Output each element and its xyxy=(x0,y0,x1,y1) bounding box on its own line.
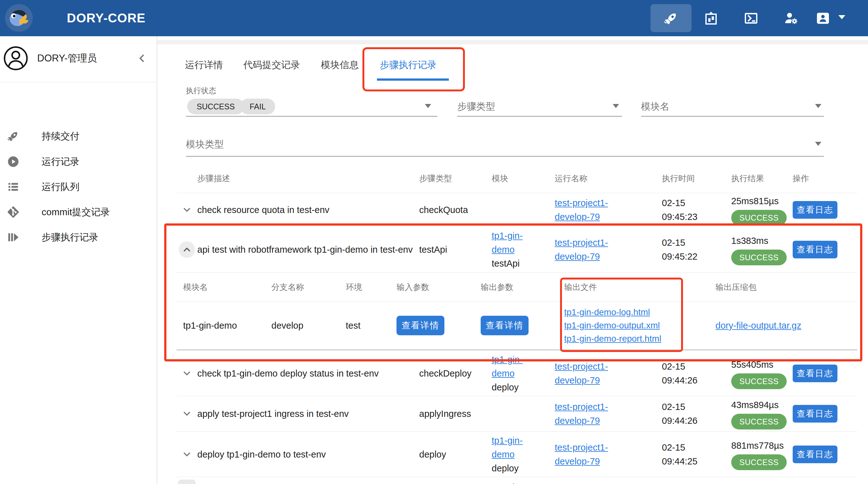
view-log-button[interactable]: 查看日志 xyxy=(793,405,837,423)
expand-chevron-down-icon[interactable] xyxy=(182,449,192,460)
user-avatar-icon xyxy=(3,46,28,71)
nav-user-settings-button[interactable] xyxy=(771,4,812,32)
app-logo[interactable] xyxy=(5,4,33,32)
module-type-caret-icon[interactable] xyxy=(815,142,822,146)
module-type-select[interactable]: 模块类型 xyxy=(186,138,224,151)
table-row: deploy tp1-gin-demo to test-env deploy t… xyxy=(177,431,857,477)
step-type-select[interactable]: 步骤类型 xyxy=(457,100,495,113)
duration: 881ms778µs xyxy=(731,439,793,452)
account-icon xyxy=(815,11,831,26)
module-name-select[interactable]: 模块名 xyxy=(641,100,670,113)
output-archive-link[interactable]: dory-file-output.tar.gz xyxy=(715,320,801,330)
exec-status-underline[interactable] xyxy=(186,116,437,117)
sidebar-item-run-queue[interactable]: 运行队列 xyxy=(0,174,157,199)
exec-time: 02-15 09:45:23 xyxy=(662,196,731,224)
subcol-module-name: 模块名 xyxy=(183,282,271,293)
view-log-button[interactable]: 查看日志 xyxy=(793,241,837,258)
duration: 43ms894µs xyxy=(731,398,793,412)
module-name-underline[interactable] xyxy=(641,116,824,117)
run-name-link[interactable]: test-project1- develop-79 xyxy=(555,400,662,428)
status-badge: SUCCESS xyxy=(731,454,787,470)
sidebar-item-label: 运行队列 xyxy=(41,181,80,193)
step-desc: api test with robotframework tp1-gin-dem… xyxy=(197,243,419,257)
rocket-icon xyxy=(663,11,679,26)
expand-chevron-down-icon[interactable] xyxy=(182,368,192,379)
view-log-button[interactable]: 查看日志 xyxy=(793,446,837,463)
expanded-detail-panel: 模块名 分支名称 环境 输入参数 输出参数 输出文件 输出压缩包 tp1-gin… xyxy=(177,272,857,350)
exec-time: 02-15 09:44:25 xyxy=(662,441,731,468)
tab-module-info[interactable]: 模块信息 xyxy=(321,56,359,74)
duration: 1s383ms xyxy=(731,234,793,248)
run-name-link[interactable]: test-project1- develop-79 xyxy=(555,236,662,263)
exec-status-caret-icon[interactable] xyxy=(425,104,431,108)
col-module: 模块 xyxy=(492,173,555,184)
step-desc: deploy tp1-gin-demo to test-env xyxy=(197,447,419,461)
expand-button[interactable] xyxy=(178,480,196,484)
sidebar-item-label: 运行记录 xyxy=(41,155,80,168)
run-name-link[interactable]: test-project1- develop-79 xyxy=(555,196,662,224)
expand-chevron-down-icon[interactable] xyxy=(182,204,192,215)
module-link[interactable]: tp1-gin- xyxy=(492,477,555,484)
sidebar-divider xyxy=(0,82,157,82)
chip-fail[interactable]: FAIL xyxy=(240,99,275,115)
chip-success[interactable]: SUCCESS xyxy=(187,99,244,115)
view-input-params-button[interactable]: 查看详情 xyxy=(397,316,444,335)
view-log-button[interactable]: 查看日志 xyxy=(793,364,837,382)
active-tab-indicator xyxy=(377,78,449,81)
sidebar-item-continuous-delivery[interactable]: 持续交付 xyxy=(0,124,157,149)
table-header-row: 步骤描述 步骤类型 模块 运行名称 执行时间 执行结果 操作 xyxy=(177,164,857,193)
subcol-output-params: 输出参数 xyxy=(480,282,564,293)
table-row: check resource quota in test-env checkQu… xyxy=(177,193,857,227)
account-menu-button[interactable] xyxy=(809,4,837,32)
module-sub: deploy xyxy=(492,380,555,394)
tab-code-commits[interactable]: 代码提交记录 xyxy=(243,56,300,74)
view-output-params-button[interactable]: 查看详情 xyxy=(480,316,529,335)
run-name-link[interactable]: test-project1- develop-79 xyxy=(555,441,662,468)
tab-run-detail[interactable]: 运行详情 xyxy=(185,56,223,74)
nav-pipeline-button[interactable] xyxy=(651,4,691,32)
module-link[interactable]: tp1-gin- demo xyxy=(492,433,555,461)
collapse-button[interactable] xyxy=(179,241,195,258)
module-link[interactable]: tp1-gin- demo xyxy=(492,353,555,380)
expand-chevron-down-icon[interactable] xyxy=(182,408,192,419)
sidebar-collapse-icon[interactable] xyxy=(136,53,148,64)
duration: 55s405ms xyxy=(731,358,793,372)
subcol-branch: 分支名称 xyxy=(271,282,346,293)
run-name-link[interactable]: test-project1- develop-79 xyxy=(555,359,662,387)
module-type-underline[interactable] xyxy=(186,156,824,157)
sidebar-item-label: commit提交记录 xyxy=(41,206,110,219)
view-log-button[interactable]: 查看日志 xyxy=(793,201,837,219)
subtable-header-row: 模块名 分支名称 环境 输入参数 输出参数 输出文件 输出压缩包 xyxy=(177,272,857,302)
module-sub: deploy xyxy=(492,461,555,475)
account-caret-icon[interactable] xyxy=(838,15,845,19)
sidebar-item-commit-records[interactable]: commit提交记录 xyxy=(0,199,157,225)
step-type-underline[interactable] xyxy=(457,116,622,117)
table-row: apply test-project1 ingress in test-env … xyxy=(177,396,857,431)
steps-table: 步骤描述 步骤类型 模块 运行名称 执行时间 执行结果 操作 check res… xyxy=(177,164,857,484)
output-file-link[interactable]: tp1-gin-demo-report.html xyxy=(564,332,715,345)
nav-task-board-button[interactable] xyxy=(690,4,732,32)
subcol-env: 环境 xyxy=(346,282,397,293)
step-desc: check resource quota in test-env xyxy=(197,203,419,217)
sidebar-item-step-records[interactable]: 步骤执行记录 xyxy=(0,225,157,250)
module-link[interactable]: tp1-gin- demo xyxy=(492,229,555,257)
exec-status-label: 执行状态 xyxy=(186,86,216,96)
module-name-caret-icon[interactable] xyxy=(815,104,822,108)
step-type: deploy xyxy=(419,447,492,461)
content-top-strip xyxy=(157,40,868,44)
subtable-data-row: tp1-gin-demo develop test 查看详情 查看详情 tp1-… xyxy=(177,302,857,349)
list-icon xyxy=(7,181,20,193)
subcol-input-params: 输入参数 xyxy=(397,282,480,293)
nav-terminal-button[interactable] xyxy=(731,4,772,32)
tab-step-records[interactable]: 步骤执行记录 xyxy=(380,56,436,74)
output-file-link[interactable]: tp1-gin-demo-output.xml xyxy=(564,319,715,332)
rocket-icon xyxy=(7,130,20,142)
col-step-desc: 步骤描述 xyxy=(197,173,419,184)
output-file-link[interactable]: tp1-gin-demo-log.html xyxy=(564,305,715,319)
sidebar-item-run-records[interactable]: 运行记录 xyxy=(0,149,157,174)
step-type-caret-icon[interactable] xyxy=(613,104,619,108)
col-actions: 操作 xyxy=(793,173,857,184)
col-exec-result: 执行结果 xyxy=(731,173,793,184)
sidebar-item-label: 持续交付 xyxy=(41,130,80,143)
table-row-expanded: api test with robotframework tp1-gin-dem… xyxy=(177,227,857,272)
